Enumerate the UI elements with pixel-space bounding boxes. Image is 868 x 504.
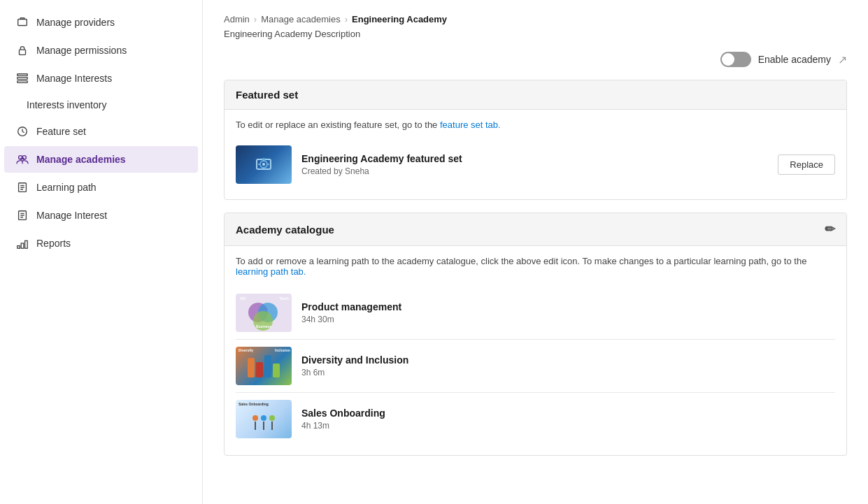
feature-set-tab-link[interactable]: feature set tab. [440,120,501,130]
learning-path-icon [15,180,29,194]
feature-set-icon [15,124,29,138]
feature-set-item-title: Engineering Academy featured set [301,153,768,164]
manage-academies-icon [15,152,29,166]
svg-rect-2 [17,74,27,76]
catalogue-info-di: Diversity and Inclusion 3h 6m [301,354,835,377]
feature-set-row: Engineering Academy featured set Created… [236,140,835,189]
breadcrumb-sep-2: › [345,14,348,24]
catalogue-duration-pm: 34h 30m [301,315,835,324]
reports-icon [15,236,29,250]
svg-rect-12 [21,243,24,248]
academy-catalogue-header: Academy catalogue ✏ [225,213,846,246]
feature-set-item-subtitle: Created by Sneha [301,166,768,176]
svg-rect-4 [17,81,27,83]
academy-catalogue-body: To add or remove a learning path to the … [225,246,846,455]
sidebar-item-manage-providers[interactable]: Manage providers [4,9,198,36]
link-icon[interactable]: ↗ [838,53,847,66]
catalogue-title-so: Sales Onboarding [301,408,835,419]
svg-rect-11 [17,246,20,249]
page-description: Engineering Academy Description [224,29,847,39]
svg-rect-13 [25,240,28,248]
breadcrumb-manage-academies[interactable]: Manage academies [261,14,340,24]
catalogue-thumb-di: Diversify Inclusion [236,347,292,385]
featured-set-desc: To edit or replace an existing feature s… [236,120,835,130]
catalogue-info-pm: Product management 34h 30m [301,301,835,324]
sidebar-item-manage-academies[interactable]: Manage academies [4,146,198,173]
sidebar-item-manage-interests[interactable]: Manage Interests [4,65,198,92]
feature-thumb-image [236,145,292,184]
feature-set-thumbnail [236,145,292,184]
catalogue-thumb-so: Sales Onboarding [236,400,292,438]
sidebar: Manage providers Manage permissions Mana… [0,0,203,504]
catalogue-title-pm: Product management [301,301,835,312]
sidebar-item-feature-set[interactable]: Feature set [4,118,198,145]
svg-rect-0 [18,20,27,26]
sidebar-item-interests-inventory[interactable]: Interests inventory [4,93,198,117]
breadcrumb-current: Engineering Academy [352,14,447,24]
main-content: Admin › Manage academies › Engineering A… [203,0,868,504]
featured-set-card: Featured set To edit or replace an exist… [224,80,847,200]
academy-catalogue-title: Academy catalogue [236,224,334,236]
sidebar-item-reports[interactable]: Reports [4,230,198,257]
edit-catalogue-icon[interactable]: ✏ [825,222,835,237]
sidebar-item-manage-interest[interactable]: Manage Interest [4,202,198,229]
breadcrumb-sep-1: › [254,14,257,24]
featured-set-desc-text: To edit or replace an existing feature s… [236,120,440,130]
featured-set-body: To edit or replace an existing feature s… [225,110,846,199]
featured-set-header: Featured set [225,80,846,110]
breadcrumb-admin[interactable]: Admin [224,14,250,24]
catalogue-item-so: Sales Onboarding [236,393,835,445]
enable-academy-row: Enable academy ↗ [224,52,847,67]
catalogue-item-pm: UX Tech Business Product management 34h … [236,287,835,340]
featured-set-title: Featured set [236,89,298,101]
svg-point-16 [262,163,265,166]
permissions-icon [15,43,29,57]
catalogue-desc-text: To add or remove a learning path to the … [236,256,806,266]
catalogue-title-di: Diversity and Inclusion [301,354,835,366]
replace-button[interactable]: Replace [778,154,835,175]
enable-academy-label: Enable academy [758,54,831,65]
catalogue-duration-so: 4h 13m [301,421,835,431]
manage-interest-icon [15,208,29,222]
enable-academy-toggle[interactable] [720,52,751,67]
catalogue-duration-di: 3h 6m [301,368,835,377]
feature-set-info: Engineering Academy featured set Created… [301,153,768,176]
academy-catalogue-desc: To add or remove a learning path to the … [236,256,835,277]
catalogue-info-so: Sales Onboarding 4h 13m [301,408,835,431]
svg-rect-1 [20,50,26,55]
gear-icon [251,152,276,178]
providers-icon [15,15,29,29]
catalogue-item-di: Diversify Inclusion Diversity and Inclus… [236,340,835,393]
sidebar-item-learning-path[interactable]: Learning path [4,174,198,201]
breadcrumb: Admin › Manage academies › Engineering A… [224,14,847,24]
svg-rect-3 [17,78,27,80]
learning-path-tab-link[interactable]: learning path tab. [236,266,306,277]
interests-icon [15,71,29,85]
academy-catalogue-card: Academy catalogue ✏ To add or remove a l… [224,213,847,456]
catalogue-thumb-pm: UX Tech Business [236,294,292,332]
sidebar-item-manage-permissions[interactable]: Manage permissions [4,37,198,64]
